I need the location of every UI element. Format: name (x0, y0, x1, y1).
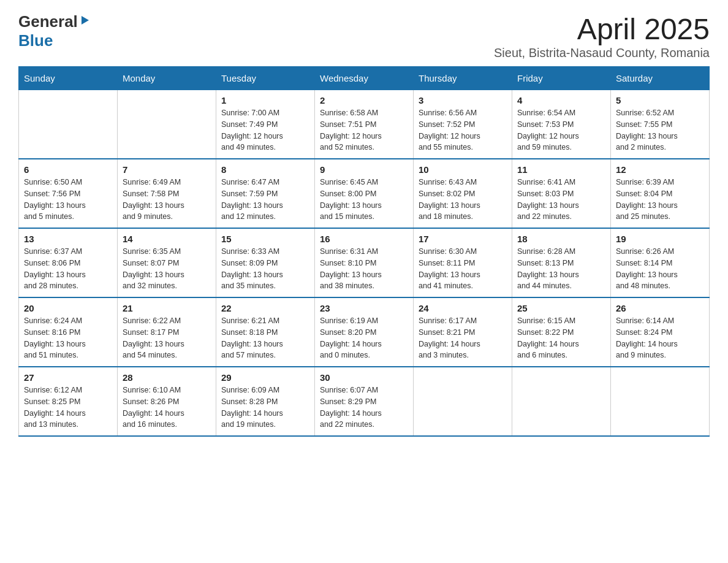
day-info: Sunrise: 6:24 AMSunset: 8:16 PMDaylight:… (24, 315, 112, 361)
day-number: 13 (24, 234, 112, 244)
day-info: Sunrise: 6:15 AMSunset: 8:22 PMDaylight:… (517, 315, 605, 361)
calendar-week-row: 20Sunrise: 6:24 AMSunset: 8:16 PMDayligh… (19, 297, 710, 367)
calendar-day-header: Sunday (19, 67, 118, 90)
day-info: Sunrise: 6:37 AMSunset: 8:06 PMDaylight:… (24, 246, 112, 292)
calendar-cell: 10Sunrise: 6:43 AMSunset: 8:02 PMDayligh… (414, 159, 512, 228)
day-number: 18 (517, 234, 605, 244)
day-number: 29 (221, 372, 309, 383)
day-number: 19 (616, 234, 704, 244)
calendar-day-header: Tuesday (216, 67, 315, 90)
calendar-day-header: Thursday (414, 67, 512, 90)
day-number: 23 (320, 303, 408, 313)
calendar-cell: 26Sunrise: 6:14 AMSunset: 8:24 PMDayligh… (611, 297, 710, 367)
day-info: Sunrise: 6:52 AMSunset: 7:55 PMDaylight:… (616, 107, 704, 153)
day-info: Sunrise: 6:35 AMSunset: 8:07 PMDaylight:… (123, 246, 211, 292)
calendar-cell: 5Sunrise: 6:52 AMSunset: 7:55 PMDaylight… (611, 90, 710, 159)
calendar-cell: 15Sunrise: 6:33 AMSunset: 8:09 PMDayligh… (216, 228, 315, 297)
day-number: 10 (419, 164, 507, 175)
calendar-day-header: Wednesday (315, 67, 414, 90)
day-info: Sunrise: 6:45 AMSunset: 8:00 PMDaylight:… (320, 177, 408, 223)
day-number: 30 (320, 372, 408, 383)
day-info: Sunrise: 6:12 AMSunset: 8:25 PMDaylight:… (24, 385, 112, 431)
day-number: 11 (517, 164, 605, 175)
calendar-day-header: Saturday (611, 67, 710, 90)
calendar-cell: 27Sunrise: 6:12 AMSunset: 8:25 PMDayligh… (19, 367, 118, 436)
day-number: 22 (221, 303, 309, 313)
calendar-week-row: 6Sunrise: 6:50 AMSunset: 7:56 PMDaylight… (19, 159, 710, 228)
calendar-cell (19, 90, 118, 159)
calendar-cell: 20Sunrise: 6:24 AMSunset: 8:16 PMDayligh… (19, 297, 118, 367)
calendar-cell: 16Sunrise: 6:31 AMSunset: 8:10 PMDayligh… (315, 228, 414, 297)
day-info: Sunrise: 6:26 AMSunset: 8:14 PMDaylight:… (616, 246, 704, 292)
day-info: Sunrise: 6:41 AMSunset: 8:03 PMDaylight:… (517, 177, 605, 223)
calendar-cell (118, 90, 216, 159)
day-number: 27 (24, 372, 112, 383)
logo-general: General (18, 12, 78, 31)
day-number: 9 (320, 164, 408, 175)
day-number: 8 (221, 164, 309, 175)
calendar-cell: 8Sunrise: 6:47 AMSunset: 7:59 PMDaylight… (216, 159, 315, 228)
day-info: Sunrise: 6:19 AMSunset: 8:20 PMDaylight:… (320, 315, 408, 361)
day-number: 1 (221, 95, 309, 105)
calendar-cell (414, 367, 512, 436)
calendar-cell: 29Sunrise: 6:09 AMSunset: 8:28 PMDayligh… (216, 367, 315, 436)
day-info: Sunrise: 6:56 AMSunset: 7:52 PMDaylight:… (419, 107, 507, 153)
logo: General Blue (18, 12, 90, 50)
svg-marker-0 (82, 16, 89, 25)
calendar-cell: 21Sunrise: 6:22 AMSunset: 8:17 PMDayligh… (118, 297, 216, 367)
calendar-cell: 28Sunrise: 6:10 AMSunset: 8:26 PMDayligh… (118, 367, 216, 436)
calendar-table: SundayMondayTuesdayWednesdayThursdayFrid… (18, 66, 710, 437)
calendar-header-row: SundayMondayTuesdayWednesdayThursdayFrid… (19, 67, 710, 90)
day-info: Sunrise: 6:33 AMSunset: 8:09 PMDaylight:… (221, 246, 309, 292)
day-info: Sunrise: 6:07 AMSunset: 8:29 PMDaylight:… (320, 385, 408, 431)
day-number: 17 (419, 234, 507, 244)
day-info: Sunrise: 6:09 AMSunset: 8:28 PMDaylight:… (221, 385, 309, 431)
day-number: 6 (24, 164, 112, 175)
calendar-cell: 19Sunrise: 6:26 AMSunset: 8:14 PMDayligh… (611, 228, 710, 297)
day-number: 12 (616, 164, 704, 175)
day-info: Sunrise: 6:43 AMSunset: 8:02 PMDaylight:… (419, 177, 507, 223)
day-info: Sunrise: 6:30 AMSunset: 8:11 PMDaylight:… (419, 246, 507, 292)
logo-blue: Blue (18, 31, 53, 50)
day-number: 25 (517, 303, 605, 313)
calendar-cell: 14Sunrise: 6:35 AMSunset: 8:07 PMDayligh… (118, 228, 216, 297)
day-info: Sunrise: 6:14 AMSunset: 8:24 PMDaylight:… (616, 315, 704, 361)
day-number: 15 (221, 234, 309, 244)
calendar-cell (611, 367, 710, 436)
calendar-cell: 2Sunrise: 6:58 AMSunset: 7:51 PMDaylight… (315, 90, 414, 159)
calendar-cell: 25Sunrise: 6:15 AMSunset: 8:22 PMDayligh… (512, 297, 611, 367)
day-number: 26 (616, 303, 704, 313)
day-info: Sunrise: 6:28 AMSunset: 8:13 PMDaylight:… (517, 246, 605, 292)
calendar-cell: 12Sunrise: 6:39 AMSunset: 8:04 PMDayligh… (611, 159, 710, 228)
day-number: 5 (616, 95, 704, 105)
calendar-week-row: 27Sunrise: 6:12 AMSunset: 8:25 PMDayligh… (19, 367, 710, 436)
logo-triangle-icon (79, 15, 90, 28)
calendar-cell: 7Sunrise: 6:49 AMSunset: 7:58 PMDaylight… (118, 159, 216, 228)
day-info: Sunrise: 6:17 AMSunset: 8:21 PMDaylight:… (419, 315, 507, 361)
calendar-cell: 17Sunrise: 6:30 AMSunset: 8:11 PMDayligh… (414, 228, 512, 297)
day-info: Sunrise: 6:10 AMSunset: 8:26 PMDaylight:… (123, 385, 211, 431)
calendar-cell (512, 367, 611, 436)
day-number: 21 (123, 303, 211, 313)
day-info: Sunrise: 6:50 AMSunset: 7:56 PMDaylight:… (24, 177, 112, 223)
calendar-cell: 11Sunrise: 6:41 AMSunset: 8:03 PMDayligh… (512, 159, 611, 228)
day-number: 7 (123, 164, 211, 175)
day-info: Sunrise: 7:00 AMSunset: 7:49 PMDaylight:… (221, 107, 309, 153)
day-info: Sunrise: 6:31 AMSunset: 8:10 PMDaylight:… (320, 246, 408, 292)
calendar-cell: 30Sunrise: 6:07 AMSunset: 8:29 PMDayligh… (315, 367, 414, 436)
calendar-cell: 4Sunrise: 6:54 AMSunset: 7:53 PMDaylight… (512, 90, 611, 159)
page-subtitle: Sieut, Bistrita-Nasaud County, Romania (494, 46, 710, 60)
page-header: General Blue April 2025 Sieut, Bistrita-… (18, 12, 710, 60)
day-number: 2 (320, 95, 408, 105)
calendar-cell: 23Sunrise: 6:19 AMSunset: 8:20 PMDayligh… (315, 297, 414, 367)
calendar-cell: 1Sunrise: 7:00 AMSunset: 7:49 PMDaylight… (216, 90, 315, 159)
day-number: 4 (517, 95, 605, 105)
page-title: April 2025 (494, 12, 710, 46)
calendar-week-row: 13Sunrise: 6:37 AMSunset: 8:06 PMDayligh… (19, 228, 710, 297)
day-info: Sunrise: 6:22 AMSunset: 8:17 PMDaylight:… (123, 315, 211, 361)
calendar-week-row: 1Sunrise: 7:00 AMSunset: 7:49 PMDaylight… (19, 90, 710, 159)
calendar-cell: 3Sunrise: 6:56 AMSunset: 7:52 PMDaylight… (414, 90, 512, 159)
day-number: 20 (24, 303, 112, 313)
day-number: 24 (419, 303, 507, 313)
calendar-day-header: Monday (118, 67, 216, 90)
